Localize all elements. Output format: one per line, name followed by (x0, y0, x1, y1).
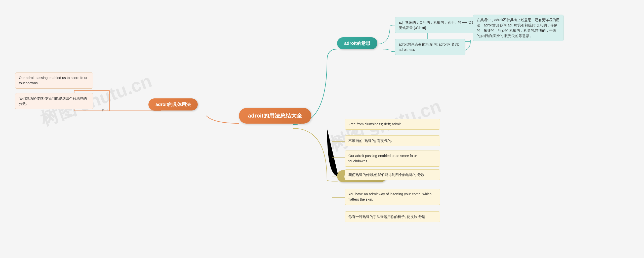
usage-label-ru: 如： (102, 108, 109, 112)
example-leaf-1: Free from clumsiness; deft; adroit. (345, 119, 440, 130)
example-leaf-5: You have an adroit way of inserting your… (345, 189, 440, 205)
example-leaf-6: 你有一种熟练的手法来运用你的梳子, 使皮肤 舒适. (345, 211, 440, 222)
branch-meaning: adroit的意思 (337, 37, 377, 49)
example-leaf-2: 不笨拙的; 熟练的; 有灵气的. (345, 135, 440, 146)
meaning-leaf-2: adroit的词态变化为:副词: adroitly 名词: adroitness (395, 39, 465, 55)
branch-usage: adroit的具体用法 (148, 98, 198, 110)
branch-usage-label: adroit的具体用法 (155, 102, 191, 107)
usage-leaf-1: Our adroit passing enabled us to score f… (15, 72, 93, 89)
meaning-leaf-3: 在英语中，adroit不仅具有上述意思，还有更详尽的用法，adroit作形容词 … (473, 15, 564, 41)
example-leaf-4: 我们熟练的传球,使我们能得到四个触地球的 分数. (345, 169, 440, 180)
branch-meaning-label: adroit的意思 (344, 41, 370, 46)
usage-leaf-2: 我们熟练的传球,使我们能得到四个触地球的 分数. (15, 93, 93, 109)
central-node-label: adroit的用法总结大全 (248, 113, 302, 119)
central-node: adroit的用法总结大全 (239, 108, 311, 124)
example-leaf-3: Our adroit passing enabled us to score f… (345, 151, 440, 167)
